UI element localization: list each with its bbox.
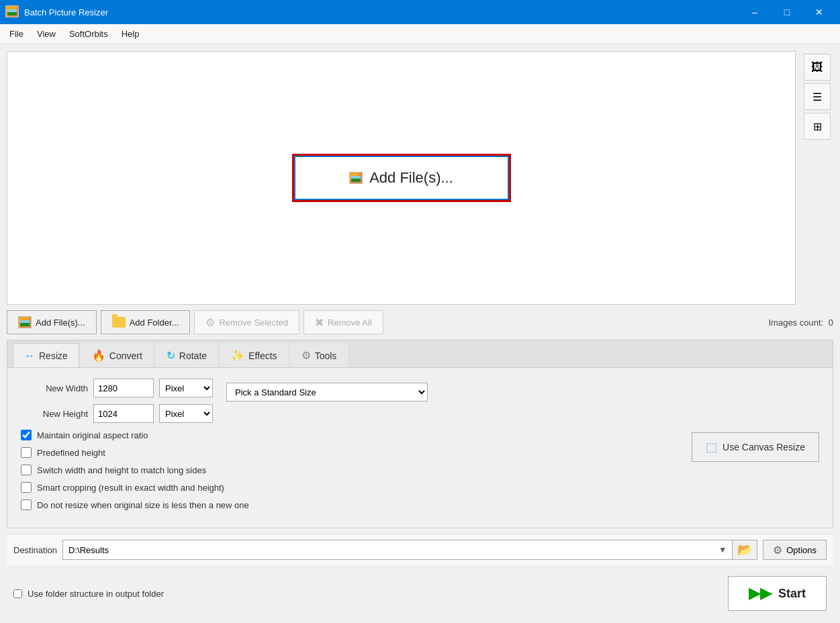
folder-structure-checkbox[interactable] bbox=[13, 589, 22, 598]
remove-selected-icon: ⚙ bbox=[205, 316, 215, 329]
size-inputs-area: New Width Pixel Percent cm inch New Heig… bbox=[21, 379, 819, 430]
no-resize-checkbox[interactable] bbox=[21, 499, 32, 510]
destination-dropdown-icon: ▼ bbox=[718, 545, 727, 555]
rotate-icon: ↻ bbox=[167, 349, 175, 362]
titlebar: Batch Picture Resizer – □ ✕ bbox=[0, 0, 840, 24]
new-width-unit-select[interactable]: Pixel Percent cm inch bbox=[159, 379, 213, 397]
bottom-toolbar: Add File(s)... Add Folder... ⚙ Remove Se… bbox=[7, 310, 833, 334]
switch-sides-checkbox[interactable] bbox=[21, 465, 32, 475]
add-files-big-button[interactable]: Add File(s)... bbox=[294, 156, 509, 200]
file-list-panel: Add File(s)... bbox=[7, 51, 796, 305]
grid-icon: ⊞ bbox=[813, 120, 822, 133]
add-files-icon bbox=[18, 316, 32, 328]
tab-resize-label: Resize bbox=[39, 350, 68, 361]
resize-tab-content: New Width Pixel Percent cm inch New Heig… bbox=[7, 368, 833, 528]
start-label: Start bbox=[778, 587, 806, 601]
tab-convert[interactable]: 🔥 Convert bbox=[81, 343, 154, 367]
destination-label: Destination bbox=[13, 545, 57, 555]
add-files-button[interactable]: Add File(s)... bbox=[7, 310, 97, 334]
start-button[interactable]: ▶▶ Start bbox=[728, 576, 827, 611]
canvas-resize-icon: ⬚ bbox=[706, 440, 717, 454]
no-resize-label: Do not resize when original size is less… bbox=[37, 500, 249, 510]
checkboxes-and-btn: Maintain original aspect ratio Predefine… bbox=[21, 430, 819, 517]
tab-convert-label: Convert bbox=[109, 350, 142, 361]
menu-softorbits[interactable]: SoftOrbits bbox=[62, 26, 115, 42]
remove-selected-button: ⚙ Remove Selected bbox=[194, 310, 299, 334]
start-area: Use folder structure in output folder ▶▶… bbox=[7, 571, 833, 616]
new-height-input[interactable] bbox=[93, 404, 154, 423]
menu-view[interactable]: View bbox=[30, 26, 62, 42]
destination-input[interactable] bbox=[62, 540, 733, 560]
smart-crop-label: Smart cropping (result in exact width an… bbox=[37, 483, 224, 493]
folder-structure-label: Use folder structure in output folder bbox=[28, 589, 164, 599]
start-arrow-icon: ▶▶ bbox=[749, 585, 772, 602]
remove-all-icon: ✖ bbox=[315, 316, 324, 329]
maximize-button[interactable]: □ bbox=[772, 0, 802, 24]
window-controls: – □ ✕ bbox=[739, 0, 835, 24]
no-resize-row: Do not resize when original size is less… bbox=[21, 499, 665, 510]
menubar: File View SoftOrbits Help bbox=[0, 24, 840, 44]
view-thumbnails-button[interactable]: 🖼 bbox=[804, 54, 831, 81]
tab-tools-label: Tools bbox=[315, 350, 337, 361]
new-width-row: New Width Pixel Percent cm inch bbox=[21, 379, 213, 397]
new-height-label: New Height bbox=[21, 409, 88, 419]
menu-help[interactable]: Help bbox=[115, 26, 146, 42]
maintain-aspect-row: Maintain original aspect ratio bbox=[21, 430, 665, 440]
folder-structure-row: Use folder structure in output folder bbox=[13, 589, 722, 599]
sidebar-icons: 🖼 ☰ ⊞ bbox=[801, 51, 833, 305]
destination-bar: Destination ▼ 📂 ⚙ Options bbox=[7, 534, 833, 565]
thumbnails-icon: 🖼 bbox=[811, 60, 823, 75]
file-area: Add File(s)... 🖼 ☰ ⊞ bbox=[7, 51, 833, 305]
canvas-resize-button[interactable]: ⬚ Use Canvas Resize bbox=[692, 432, 819, 462]
images-count: Images count: 0 bbox=[768, 318, 833, 328]
app-title: Batch Picture Resizer bbox=[24, 7, 739, 17]
left-form: New Width Pixel Percent cm inch New Heig… bbox=[21, 379, 213, 430]
add-folder-label: Add Folder... bbox=[130, 318, 179, 328]
add-folder-icon bbox=[112, 317, 126, 328]
new-height-unit-select[interactable]: Pixel Percent cm inch bbox=[159, 404, 213, 423]
tab-effects-label: Effects bbox=[248, 350, 277, 361]
tabs-header: ↔ Resize 🔥 Convert ↻ Rotate ✨ Effects ⚙ … bbox=[7, 340, 833, 368]
canvas-resize-label: Use Canvas Resize bbox=[722, 442, 805, 452]
maintain-aspect-label: Maintain original aspect ratio bbox=[37, 430, 148, 440]
right-form: Pick a Standard Size bbox=[226, 379, 819, 401]
switch-sides-row: Switch width and height to match long si… bbox=[21, 465, 665, 475]
add-folder-button[interactable]: Add Folder... bbox=[101, 310, 191, 334]
view-grid-button[interactable]: ⊞ bbox=[804, 113, 831, 140]
remove-all-button: ✖ Remove All bbox=[304, 310, 383, 334]
gear-icon: ⚙ bbox=[773, 544, 782, 557]
options-label: Options bbox=[786, 545, 816, 555]
menu-file[interactable]: File bbox=[3, 26, 30, 42]
maintain-aspect-checkbox[interactable] bbox=[21, 430, 32, 440]
browse-destination-button[interactable]: 📂 bbox=[732, 540, 757, 560]
tab-tools[interactable]: ⚙ Tools bbox=[290, 343, 348, 367]
remove-all-label: Remove All bbox=[328, 318, 372, 328]
list-icon: ☰ bbox=[812, 91, 822, 103]
predefined-height-row: Predefined height bbox=[21, 447, 665, 458]
open-folder-icon: 📂 bbox=[737, 542, 752, 557]
checkboxes-col: Maintain original aspect ratio Predefine… bbox=[21, 430, 665, 517]
main-area: Add File(s)... 🖼 ☰ ⊞ Add File(s)... Add … bbox=[0, 44, 840, 623]
add-files-label: Add File(s)... bbox=[36, 318, 85, 328]
app-icon bbox=[5, 5, 19, 19]
switch-sides-label: Switch width and height to match long si… bbox=[37, 465, 206, 475]
options-button[interactable]: ⚙ Options bbox=[763, 540, 827, 560]
tab-resize[interactable]: ↔ Resize bbox=[13, 343, 79, 367]
minimize-button[interactable]: – bbox=[739, 0, 770, 24]
new-width-label: New Width bbox=[21, 383, 88, 393]
predefined-height-checkbox[interactable] bbox=[21, 447, 32, 458]
add-files-big-icon bbox=[349, 172, 363, 184]
tab-rotate[interactable]: ↻ Rotate bbox=[155, 343, 218, 367]
new-width-input[interactable] bbox=[93, 379, 154, 397]
standard-size-select[interactable]: Pick a Standard Size bbox=[226, 383, 428, 401]
resize-icon: ↔ bbox=[24, 350, 35, 362]
predefined-height-label: Predefined height bbox=[37, 448, 105, 458]
close-button[interactable]: ✕ bbox=[804, 0, 835, 24]
view-list-button[interactable]: ☰ bbox=[804, 83, 831, 110]
convert-icon: 🔥 bbox=[92, 349, 105, 362]
smart-crop-checkbox[interactable] bbox=[21, 482, 32, 493]
effects-icon: ✨ bbox=[231, 349, 244, 362]
tabs-panel: ↔ Resize 🔥 Convert ↻ Rotate ✨ Effects ⚙ … bbox=[7, 340, 833, 528]
tab-effects[interactable]: ✨ Effects bbox=[220, 343, 289, 367]
smart-crop-row: Smart cropping (result in exact width an… bbox=[21, 482, 665, 493]
